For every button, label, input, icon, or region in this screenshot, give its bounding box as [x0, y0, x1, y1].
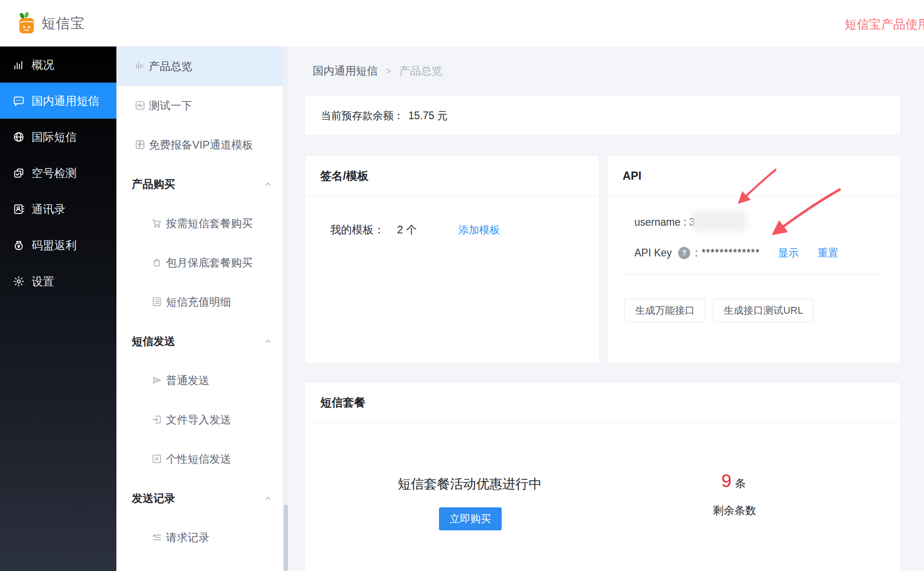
file-import-icon [151, 414, 162, 426]
cart-icon [151, 218, 162, 229]
api-key-row: API Key ? : ************* 显示 重置 [634, 246, 838, 260]
chevron-up-icon[interactable] [263, 337, 273, 346]
remaining-count-label: 剩余条数 [713, 503, 756, 518]
reset-api-key-link[interactable]: 重置 [818, 246, 838, 260]
nav-item-send-file-import[interactable]: 文件导入发送 [116, 400, 289, 439]
chevron-up-icon[interactable] [263, 494, 273, 503]
sidebar-scrollbar-thumb[interactable] [284, 505, 288, 571]
nav-item-label: 按需短信套餐购买 [166, 216, 253, 231]
money-bag-icon [12, 238, 25, 252]
package-promo-text: 短信套餐活动优惠进行中 [398, 475, 542, 493]
chevron-up-icon[interactable] [263, 180, 273, 189]
chat-bubble-icon [12, 94, 25, 107]
sidebar-item-rebate[interactable]: 码盟返利 [0, 227, 116, 263]
api-key-masked-value: : ************* [695, 247, 760, 259]
nav-item-label: 免费报备VIP通道模板 [149, 138, 253, 152]
nav-item-vip-template[interactable]: 免费报备VIP通道模板 [116, 125, 289, 164]
nav-item-label: 产品总览 [149, 59, 192, 74]
pulse-icon [134, 100, 146, 111]
nav-section-label: 产品购买 [132, 177, 175, 191]
sidebar-item-label: 国内通用短信 [32, 93, 99, 108]
send-icon [151, 375, 162, 386]
nav-item-label: 请求记录 [166, 530, 209, 545]
main-content: 国内通用短信 > 产品总览 当前预存款余额： 15.75 元 签名/模板 我的模… [289, 46, 924, 571]
sidebar-scrollbar-track[interactable] [283, 46, 289, 571]
nav-item-send-personal[interactable]: 个性短信发送 [116, 439, 289, 478]
api-username: username : 3 [634, 216, 695, 228]
list-doc-icon [151, 296, 162, 308]
package-card-title: 短信套餐 [305, 382, 900, 423]
nav-section-label: 短信发送 [132, 334, 175, 348]
sidebar-item-label: 通讯录 [32, 202, 65, 217]
sidebar-item-empty-check[interactable]: 空号检测 [0, 155, 116, 191]
nav-item-send-plain[interactable]: 普通发送 [116, 361, 289, 400]
nav-item-request-log[interactable]: 请求记录 [116, 518, 289, 557]
nav-item-label: 个性短信发送 [166, 452, 231, 466]
signature-card-body: 我的模板： 2 个 添加模板 [330, 223, 500, 237]
remaining-count-unit: 条 [735, 476, 746, 491]
api-card-title: API [607, 156, 900, 196]
sidebar-item-label: 概况 [32, 57, 54, 72]
globe-icon [12, 130, 25, 144]
nav-item-label: 发送明细 [166, 570, 209, 571]
nav-section-label: 发送记录 [132, 491, 175, 506]
product-guide-link[interactable]: 短信宝产品使用流程 [845, 16, 924, 32]
signature-card-title: 签名/模板 [305, 156, 599, 196]
nav-section-send-records[interactable]: 发送记录 [116, 478, 289, 518]
help-question-icon[interactable]: ? [678, 247, 690, 259]
nav-item-buy-monthly[interactable]: 包月保底套餐购买 [116, 243, 289, 282]
secondary-sidebar: 产品总览测试一下免费报备VIP通道模板产品购买按需短信套餐购买包月保底套餐购买短… [116, 46, 289, 571]
api-card-divider [624, 274, 884, 275]
api-key-label: API Key [634, 247, 672, 259]
nav-item-label: 测试一下 [149, 98, 192, 113]
nav-item-test-now[interactable]: 测试一下 [116, 86, 289, 125]
username-redacted-blur [692, 211, 746, 231]
balance-value: 15.75 元 [408, 109, 448, 123]
remaining-count: 9 条 [721, 471, 746, 491]
generate-test-url-button[interactable]: 生成接口测试URL [713, 299, 813, 322]
signature-template-card: 签名/模板 我的模板： 2 个 添加模板 [305, 155, 600, 364]
contacts-icon [12, 202, 25, 216]
generate-universal-api-button[interactable]: 生成万能接口 [624, 299, 706, 322]
nav-item-label: 包月保底套餐购买 [166, 255, 253, 270]
top-header: 短信宝 短信宝产品使用流程 [0, 0, 924, 46]
breadcrumb-current: 产品总览 [399, 64, 443, 78]
remaining-count-value: 9 [721, 471, 731, 491]
sidebar-item-settings[interactable]: 设置 [0, 263, 116, 299]
nav-item-buy-on-demand[interactable]: 按需短信套餐购买 [116, 204, 289, 243]
sidebar-item-intl-sms[interactable]: 国际短信 [0, 119, 116, 155]
primary-sidebar: 概况国内通用短信国际短信空号检测通讯录码盟返利设置 [0, 46, 116, 571]
balance-label: 当前预存款余额： [321, 109, 404, 123]
bolt-doc-icon [134, 139, 146, 151]
nav-section-product-buy[interactable]: 产品购买 [116, 164, 289, 204]
breadcrumb-parent[interactable]: 国内通用短信 [313, 64, 378, 78]
gear-icon [12, 274, 25, 288]
number-check-icon [12, 166, 25, 180]
nav-item-send-detail[interactable]: 发送明细 [116, 557, 289, 571]
show-api-key-link[interactable]: 显示 [778, 246, 799, 260]
bars-icon [134, 60, 146, 72]
nav-item-label: 普通发送 [166, 373, 209, 388]
nav-section-sms-send[interactable]: 短信发送 [116, 321, 289, 361]
request-log-icon [151, 532, 162, 543]
breadcrumb: 国内通用短信 > 产品总览 [313, 64, 443, 78]
nav-item-product-overview[interactable]: 产品总览 [116, 46, 289, 86]
sidebar-item-label: 空号检测 [32, 166, 77, 181]
sidebar-item-overview[interactable]: 概况 [0, 46, 116, 83]
sidebar-item-label: 设置 [32, 274, 54, 289]
duanxinbao-logo-icon [16, 12, 37, 35]
sidebar-item-label: 国际短信 [32, 130, 77, 144]
buy-now-button[interactable]: 立即购买 [439, 507, 502, 530]
app-logo[interactable]: 短信宝 [16, 12, 85, 35]
nav-item-label: 文件导入发送 [166, 413, 231, 427]
overview-icon [12, 58, 25, 71]
breadcrumb-separator-icon: > [386, 66, 391, 76]
nav-item-recharge-detail[interactable]: 短信充值明细 [116, 282, 289, 321]
sidebar-item-domestic-sms[interactable]: 国内通用短信 [0, 83, 116, 119]
nav-item-label: 短信充值明细 [166, 295, 231, 309]
bag-icon [151, 257, 162, 269]
my-templates-label: 我的模板： [330, 223, 384, 237]
balance-card: 当前预存款余额： 15.75 元 [305, 96, 901, 135]
sidebar-item-contacts[interactable]: 通讯录 [0, 191, 116, 227]
add-template-link[interactable]: 添加模板 [458, 223, 500, 237]
